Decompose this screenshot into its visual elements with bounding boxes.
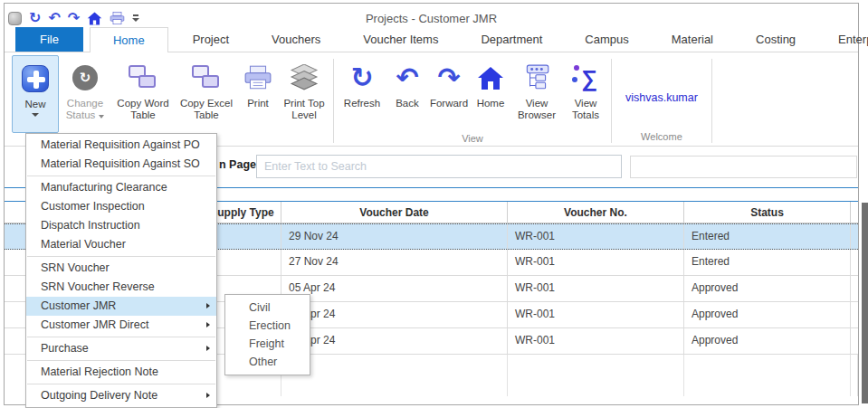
cell-voucher-date: 01 Apr 24 [281, 328, 508, 354]
cell-voucher-no: WR-001 [508, 276, 684, 301]
qat-refresh-icon[interactable]: ↻ [29, 10, 41, 26]
submenu-item[interactable]: Other [225, 353, 310, 371]
ribbon-separator [711, 59, 712, 143]
cell-status: Approved [684, 328, 851, 354]
search-panel-label: n Page [216, 158, 256, 171]
ribbon-tab[interactable]: Material [653, 27, 731, 52]
menu-item[interactable]: Customer Inspection [26, 197, 216, 216]
secondary-panel-box[interactable] [630, 156, 857, 178]
ribbon-group-view: ↻ Refresh ↶ Back ↷ Forward [337, 55, 608, 146]
menu-item[interactable]: Material Requisition Against PO [26, 136, 216, 155]
welcome-group-label: Welcome [615, 131, 709, 146]
copy-word-icon [128, 64, 158, 91]
ribbon-separator [333, 59, 334, 143]
menu-item[interactable]: Customer JMR Direct [26, 316, 216, 335]
ribbon-group-welcome: vishvas.kumar Welcome [615, 55, 709, 146]
menu-item[interactable]: Material Rejection Note [26, 363, 216, 382]
cell-status: Entered [684, 250, 851, 275]
print-top-level-icon [290, 58, 319, 98]
ribbon-tab[interactable]: Voucher Items [345, 27, 456, 52]
view-browser-button[interactable]: View Browser [510, 55, 563, 133]
menu-item[interactable]: Material Requisition Against SO [26, 155, 216, 174]
home-icon [477, 58, 504, 98]
ribbon-tab[interactable]: Department [463, 27, 560, 52]
column-header-status[interactable]: Status [684, 202, 851, 223]
cell-voucher-no: WR-001 [508, 328, 684, 354]
refresh-button[interactable]: ↻ Refresh [337, 55, 387, 133]
print-top-level-button[interactable]: Print Top Level [278, 55, 330, 133]
column-header-voucher-no[interactable]: Voucher No. [508, 202, 684, 223]
user-name-link[interactable]: vishvas.kumar [615, 55, 709, 104]
menu-separator [27, 256, 215, 257]
change-status-icon: ↻ [72, 65, 98, 90]
forward-button[interactable]: ↷ Forward [427, 55, 471, 133]
cell-partial: 5 [851, 302, 858, 327]
ribbon-tab[interactable]: File [15, 27, 83, 52]
ribbon-tab[interactable]: Project [175, 27, 247, 52]
refresh-icon: ↻ [350, 62, 373, 94]
new-button[interactable]: New [12, 55, 59, 133]
view-totals-button[interactable]: ∑ View Totals [563, 55, 608, 133]
ribbon-tab[interactable]: Enterprise [820, 27, 868, 52]
ribbon-group-main: New ↻ Change Status Copy Word Table Copy… [12, 55, 330, 146]
cell-status: Approved [684, 302, 851, 327]
menu-item[interactable]: Material Voucher [26, 235, 216, 254]
customer-jmr-submenu: Civil Erection Freight Other [224, 294, 310, 375]
ribbon-tab[interactable]: Costing [738, 27, 814, 52]
back-button[interactable]: ↶ Back [387, 55, 427, 133]
change-status-button[interactable]: ↻ Change Status [59, 55, 111, 133]
ribbon-tab-bar: File Home Project Vouchers Voucher Items… [5, 27, 858, 52]
cell-voucher-no: WR-001 [508, 302, 684, 327]
menu-item[interactable]: SRN Voucher [26, 259, 216, 278]
ribbon-tab[interactable]: Campus [567, 27, 646, 52]
ribbon-tab[interactable]: Vouchers [253, 27, 339, 52]
forward-icon: ↷ [437, 62, 460, 94]
print-button[interactable]: Print [238, 55, 278, 133]
cell-voucher-date: 03 Apr 24 [281, 302, 508, 327]
menu-item[interactable]: Customer JMR [26, 297, 216, 316]
qat-print-icon[interactable] [110, 12, 125, 25]
menu-item[interactable]: Manufacturing Clearance [26, 178, 216, 197]
cell-voucher-no: WR-001 [508, 224, 684, 249]
menu-item[interactable]: Purchase [26, 339, 216, 358]
quick-access-toolbar: ↻ ↶ ↷ [8, 7, 139, 29]
copy-excel-icon [191, 64, 222, 91]
submenu-item[interactable]: Freight [225, 335, 310, 353]
submenu-item[interactable]: Erection [225, 317, 310, 335]
qat-undo-icon[interactable]: ↶ [48, 10, 60, 26]
new-plus-icon [22, 65, 49, 92]
new-dropdown-menu: Material Requisition Against PO Material… [25, 133, 217, 408]
qat-customize-caret-icon[interactable] [132, 14, 139, 23]
change-status-caret-icon [99, 115, 104, 119]
copy-excel-table-button[interactable]: Copy Excel Table [175, 55, 238, 133]
new-dropdown-caret-icon [32, 113, 39, 117]
cell-status: Entered [684, 224, 851, 249]
cell-partial: 5 [851, 276, 858, 301]
submenu-arrow-icon [206, 346, 210, 351]
menu-item[interactable]: Outgoing Delivery Note [26, 386, 216, 405]
ribbon-tab[interactable]: Home [90, 27, 168, 52]
cell-partial: t [851, 250, 858, 275]
cell-partial: t [851, 224, 858, 249]
view-group-label: View [337, 133, 608, 146]
view-browser-icon [522, 58, 551, 98]
cell-voucher-date: 29 Nov 24 [281, 224, 508, 249]
right-edge-strip [862, 203, 868, 403]
submenu-item[interactable]: Civil [225, 299, 310, 317]
menu-separator [27, 337, 215, 337]
menu-separator [27, 360, 215, 361]
submenu-arrow-icon [206, 322, 210, 327]
screen: ↻ ↶ ↷ Projects - Customer JMR File Home … [0, 0, 868, 408]
qat-home-icon[interactable] [87, 12, 102, 25]
menu-item[interactable]: Dispatch Instruction [26, 216, 216, 235]
menu-separator [27, 176, 215, 176]
qat-redo-icon[interactable]: ↷ [68, 10, 80, 26]
print-icon [243, 58, 272, 98]
search-input[interactable] [256, 155, 622, 178]
copy-word-table-button[interactable]: Copy Word Table [111, 55, 175, 133]
menu-item[interactable]: SRN Voucher Reverse [26, 278, 216, 297]
column-header-partial[interactable] [851, 202, 858, 223]
column-header-voucher-date[interactable]: Voucher Date [281, 202, 508, 223]
cell-status: Approved [684, 276, 851, 301]
home-button[interactable]: Home [471, 55, 510, 133]
